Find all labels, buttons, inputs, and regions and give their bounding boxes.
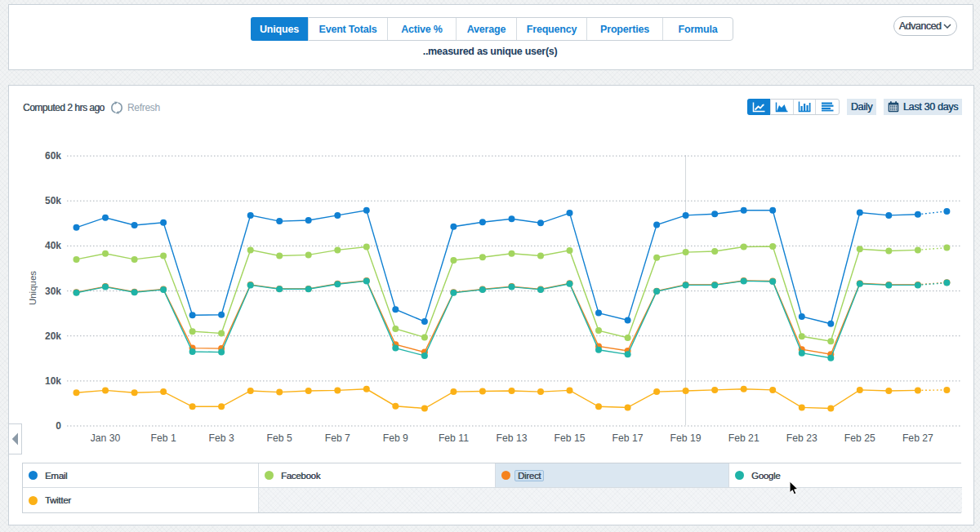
svg-text:20k: 20k <box>45 330 61 342</box>
svg-text:Jan 30: Jan 30 <box>91 432 121 444</box>
svg-text:0: 0 <box>56 420 61 432</box>
svg-text:Feb 15: Feb 15 <box>555 432 586 444</box>
svg-text:Feb 11: Feb 11 <box>439 432 469 444</box>
svg-text:Feb 25: Feb 25 <box>844 432 875 444</box>
svg-text:30k: 30k <box>45 286 61 297</box>
svg-text:Feb 27: Feb 27 <box>902 432 933 444</box>
svg-text:50k: 50k <box>45 195 61 206</box>
svg-text:Feb 23: Feb 23 <box>786 432 817 444</box>
svg-text:Feb 5: Feb 5 <box>267 432 292 444</box>
svg-text:Feb 7: Feb 7 <box>325 432 350 444</box>
svg-text:Feb 19: Feb 19 <box>670 432 702 444</box>
svg-text:Feb 17: Feb 17 <box>612 432 644 444</box>
svg-text:Feb 13: Feb 13 <box>497 432 528 444</box>
svg-text:40k: 40k <box>45 240 61 251</box>
svg-text:Feb 3: Feb 3 <box>209 432 234 444</box>
svg-text:Feb 21: Feb 21 <box>728 432 760 444</box>
svg-text:Feb 1: Feb 1 <box>151 432 176 444</box>
svg-text:10k: 10k <box>45 375 61 387</box>
svg-text:Uniques: Uniques <box>28 271 38 305</box>
svg-text:Feb 9: Feb 9 <box>383 432 408 444</box>
svg-text:60k: 60k <box>45 150 61 162</box>
